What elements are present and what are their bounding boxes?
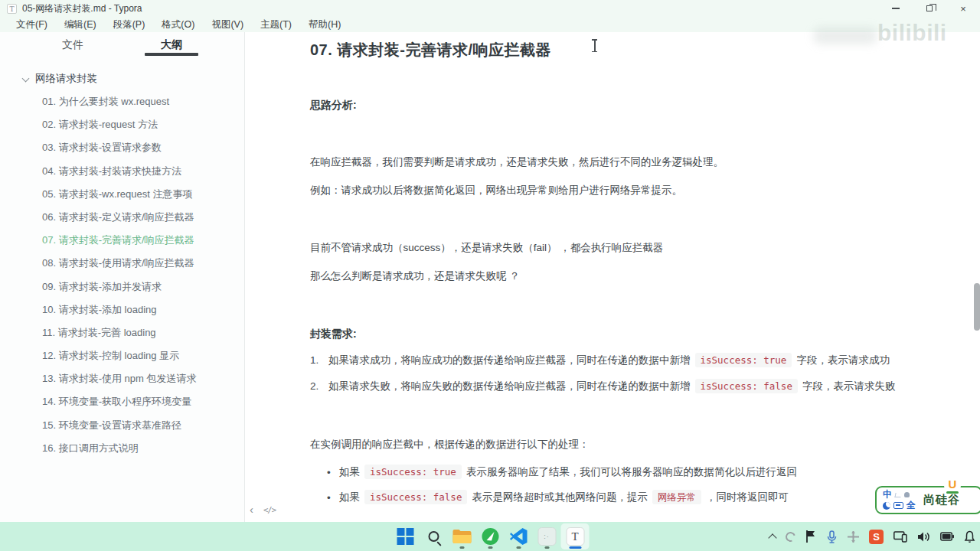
moon-icon[interactable]: [883, 502, 890, 510]
background-app-icon: :·: [537, 527, 556, 546]
running-app-indicator: [516, 546, 521, 549]
paragraph: 例如：请求成功以后将数据简化返回，网络出现异常则给用户进行网络异常提示。: [310, 183, 934, 199]
title-bar: T 05-网络请求封装.md - Typora: [0, 0, 980, 17]
folder-icon: [452, 528, 472, 545]
outline-item-14[interactable]: 14. 环境变量-获取小程序环境变量: [0, 390, 244, 413]
ime-punct-icon[interactable]: [894, 493, 901, 497]
outline-item-07-active[interactable]: 07. 请求封装-完善请求/响应拦截器: [0, 229, 244, 252]
minimize-icon: [892, 8, 900, 8]
search-button[interactable]: [420, 523, 448, 549]
taskbar: :· T S: [0, 522, 980, 551]
keyboard-icon[interactable]: [893, 502, 903, 509]
move-icon[interactable]: [848, 531, 859, 543]
bullet-item-2: •如果isSuccess: false表示是网络超时或其他网络问题，提示网络异常…: [339, 490, 934, 506]
paragraph: 在响应拦截器，我们需要判断是请求成功，还是请求失败，然后进行不同的业务逻辑处理。: [310, 155, 934, 171]
bell-icon[interactable]: [964, 530, 975, 543]
restore-icon: [926, 5, 933, 11]
running-app-indicator: [544, 546, 549, 549]
windows-logo-icon: [397, 528, 413, 545]
ordered-list-item-1: 1.如果请求成功，将响应成功的数据传递给响应拦截器，同时在传递的数据中新增isS…: [310, 353, 934, 369]
hidden-icons-chevron-icon[interactable]: [768, 533, 776, 542]
inline-code: isSuccess: false: [695, 379, 798, 393]
sidebar: 文件 大纲 网络请求封装 01. 为什么要封装 wx.request 02. 请…: [0, 32, 245, 522]
tab-files[interactable]: 文件: [46, 38, 100, 52]
menu-theme[interactable]: 主题(T): [252, 18, 300, 31]
ime-fullwidth-mode[interactable]: 全: [906, 500, 916, 510]
paragraph: 那么怎么判断是请求成功，还是请求失败呢 ？: [310, 269, 934, 285]
ime-chinese-mode[interactable]: 中: [883, 490, 892, 500]
typora-app-icon: T: [7, 4, 17, 14]
ime-account-icon[interactable]: [904, 492, 910, 497]
inline-code: isSuccess: true: [364, 465, 462, 479]
battery-icon[interactable]: [940, 532, 954, 541]
wechat-devtools-icon: [481, 527, 499, 546]
active-app-indicator: [569, 546, 581, 549]
outline-item-06[interactable]: 06. 请求封装-定义请求/响应拦截器: [0, 206, 244, 229]
outline-tree: 网络请求封装 01. 为什么要封装 wx.request 02. 请求封装-re…: [0, 67, 244, 460]
text-cursor: [594, 40, 596, 51]
outline-item-10[interactable]: 10. 请求封装-添加 loading: [0, 298, 244, 321]
active-tab-underline: [145, 53, 198, 56]
paragraph: 在实例调用的响应拦截中，根据传递的数据进行以下的处理：: [310, 437, 934, 453]
scrollbar-thumb[interactable]: [974, 283, 980, 331]
analysis-label: 思路分析:: [310, 97, 934, 114]
tab-outline[interactable]: 大纲: [145, 38, 198, 52]
outline-item-03[interactable]: 03. 请求封装-设置请求参数: [0, 136, 244, 159]
require-label: 封装需求:: [310, 326, 934, 343]
typora-taskbar-button[interactable]: T: [561, 523, 590, 549]
outline-item-05[interactable]: 05. 请求封装-wx.request 注意事项: [0, 183, 244, 206]
inline-code: isSuccess: false: [364, 490, 467, 504]
atguigu-logo-icon: U: [944, 477, 961, 494]
bullet-item-1: •如果isSuccess: true表示服务器响应了结果，我们可以将服务器响应的…: [339, 465, 934, 481]
sidebar-collapse-icon[interactable]: ‹: [250, 502, 253, 517]
outline-item-08[interactable]: 08. 请求封装-使用请求/响应拦截器: [0, 252, 244, 275]
volume-icon[interactable]: [917, 531, 930, 543]
microphone-icon[interactable]: [826, 530, 838, 543]
outline-item-02[interactable]: 02. 请求封装-request 方法: [0, 113, 244, 136]
outline-root[interactable]: 网络请求封装: [0, 67, 244, 90]
outline-item-15[interactable]: 15. 环境变量-设置请求基准路径: [0, 414, 244, 437]
doc-heading: 07. 请求封装-完善请求/响应拦截器: [310, 38, 934, 62]
outline-item-09[interactable]: 09. 请求封装-添加并发请求: [0, 276, 244, 298]
sync-icon[interactable]: [784, 530, 797, 543]
outline-item-13[interactable]: 13. 请求封装-使用 npm 包发送请求: [0, 367, 244, 390]
typora-icon: T: [566, 527, 584, 546]
ime-toolbar[interactable]: 中 全: [883, 490, 916, 510]
running-app-indicator: [459, 546, 464, 549]
source-mode-icon[interactable]: </>: [263, 502, 276, 517]
ordered-list-item-2: 2.如果请求失败，将响应失败的数据传递给响应拦截器，同时在传递的数据中新增isS…: [310, 379, 934, 395]
minimize-button[interactable]: [879, 0, 913, 17]
menu-paragraph[interactable]: 段落(P): [105, 18, 154, 31]
restore-button[interactable]: [913, 0, 946, 17]
wechat-devtools-button[interactable]: [476, 523, 505, 549]
running-app-indicator: [488, 546, 492, 549]
vscode-button[interactable]: [505, 523, 533, 549]
menu-view[interactable]: 视图(V): [203, 18, 252, 31]
file-explorer-button[interactable]: [448, 523, 476, 549]
outline-item-04[interactable]: 04. 请求封装-封装请求快捷方法: [0, 160, 244, 183]
menu-edit[interactable]: 编辑(E): [56, 18, 105, 31]
bullet-dot: •: [327, 465, 331, 481]
outline-item-11[interactable]: 11. 请求封装-完善 loading: [0, 321, 244, 344]
menu-help[interactable]: 帮助(H): [300, 18, 349, 31]
cast-display-icon[interactable]: [893, 531, 907, 543]
chevron-down-icon: [22, 75, 30, 83]
background-app-button[interactable]: :·: [533, 523, 561, 549]
sogou-input-icon[interactable]: S: [869, 530, 884, 544]
window-title: 05-网络请求封装.md - Typora: [22, 2, 142, 15]
menu-bar: 文件(F) 编辑(E) 段落(P) 格式(O) 视图(V) 主题(T) 帮助(H…: [0, 17, 980, 32]
outline-item-16[interactable]: 16. 接口调用方式说明: [0, 437, 244, 460]
ime-brand-badge: 中 全 尚硅谷 U: [875, 486, 980, 514]
atguigu-brand: 尚硅谷: [923, 493, 960, 507]
menu-file[interactable]: 文件(F): [8, 18, 56, 31]
document-area[interactable]: 07. 请求封装-完善请求/响应拦截器 思路分析: 在响应拦截器，我们需要判断是…: [246, 32, 980, 522]
inline-code: 网络异常: [652, 490, 701, 504]
start-button[interactable]: [391, 523, 420, 549]
outline-item-12[interactable]: 12. 请求封装-控制 loading 显示: [0, 344, 244, 367]
inline-code: isSuccess: true: [695, 353, 792, 367]
flag-icon[interactable]: [805, 530, 816, 543]
outline-item-01[interactable]: 01. 为什么要封装 wx.request: [0, 90, 244, 113]
vscode-icon: [509, 527, 528, 546]
close-button[interactable]: ×: [946, 0, 980, 17]
menu-format[interactable]: 格式(O): [153, 18, 203, 31]
